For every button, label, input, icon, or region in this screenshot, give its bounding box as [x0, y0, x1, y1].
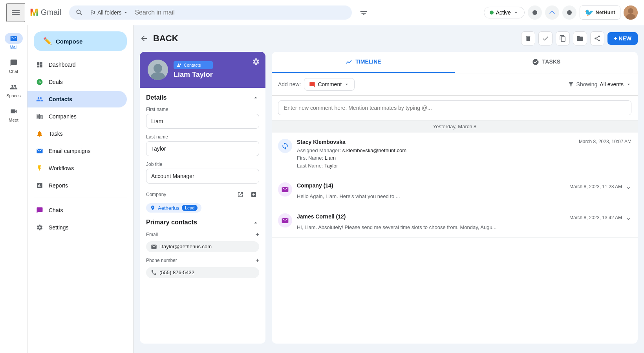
expand-company-button[interactable]: [625, 184, 631, 191]
topbar-right: Active 🐦 NetHunt: [484, 5, 638, 20]
delete-button[interactable]: [521, 31, 535, 45]
event-preview-company: Hello Again, Liam. Here's what you need …: [297, 193, 631, 200]
icon-circle-3[interactable]: [562, 5, 576, 20]
nav-tasks-label: Tasks: [49, 131, 63, 137]
compose-button[interactable]: ✏️ Compose: [34, 31, 127, 51]
deals-icon: $: [35, 78, 44, 86]
nav-item-contacts[interactable]: Contacts: [27, 91, 127, 107]
primary-contacts-collapse-button[interactable]: [252, 219, 259, 226]
nav-deals-label: Deals: [49, 79, 63, 85]
advanced-filter-button[interactable]: [357, 5, 371, 20]
last-name-field: Last name Taylor: [146, 134, 259, 156]
nethunt-logo[interactable]: 🐦 NetHunt: [580, 5, 620, 20]
sidebar-icon-meet[interactable]: Meet: [0, 103, 27, 126]
event-item: Stacy Klembovska March 8, 2023, 10:07 AM…: [272, 133, 638, 176]
event-detail-stacy: Assigned Manager: s.klembovska@nethunt.c…: [297, 147, 631, 170]
company-add-button[interactable]: [248, 189, 259, 200]
back-bar: BACK + NEW: [140, 31, 638, 45]
svg-rect-1: [12, 12, 20, 13]
sidebar-icon-chat[interactable]: Chat: [0, 54, 27, 77]
nav-item-companies[interactable]: Companies: [27, 108, 127, 125]
email-chip[interactable]: l.taylor@aetherius.com: [146, 241, 259, 252]
nav-item-settings[interactable]: Settings: [27, 219, 127, 236]
nav-item-dashboard[interactable]: Dashboard: [27, 56, 127, 73]
event-top-stacy: Stacy Klembovska March 8, 2023, 10:07 AM: [297, 139, 631, 145]
new-button[interactable]: + NEW: [607, 32, 638, 45]
phone-chip[interactable]: (555) 876-5432: [146, 267, 259, 278]
expand-james-button[interactable]: [625, 215, 631, 222]
icon-sidebar: Mail Chat Spaces Meet: [0, 25, 27, 353]
event-item-james: James Cornell (12) March 8, 2023, 13:42 …: [272, 207, 638, 238]
contact-badge-label: Contacts: [184, 63, 201, 67]
event-title-company: Company (14): [297, 182, 333, 189]
gmail-text: Gmail: [41, 8, 61, 17]
filter-icon: [568, 81, 574, 87]
last-name-value[interactable]: Taylor: [146, 141, 259, 156]
phone-icon: [151, 269, 157, 276]
user-avatar[interactable]: [624, 5, 638, 20]
tabs-row: TIMELINE TASKS: [272, 52, 638, 73]
company-chip-icon: [150, 205, 156, 211]
nav-settings-label: Settings: [49, 224, 69, 231]
svg-rect-0: [12, 10, 20, 11]
tab-timeline[interactable]: TIMELINE: [272, 52, 455, 73]
comment-icon: [309, 81, 315, 88]
nav-dashboard-label: Dashboard: [49, 62, 76, 68]
nav-item-email-campaigns[interactable]: Email campaigns: [27, 143, 127, 159]
company-external-link-button[interactable]: [235, 189, 246, 200]
contact-settings-button[interactable]: [252, 57, 260, 66]
comment-button[interactable]: Comment: [304, 78, 355, 91]
filter-row[interactable]: Showing All events: [568, 81, 631, 87]
svg-point-3: [532, 10, 537, 15]
primary-contacts-title: Primary contacts: [146, 219, 197, 226]
last-name-label: Last name: [146, 134, 259, 140]
event-body-stacy: Stacy Klembovska March 8, 2023, 10:07 AM…: [297, 139, 631, 170]
timeline-tab-label: TIMELINE: [355, 58, 381, 65]
nav-item-chats[interactable]: Chats: [27, 202, 127, 218]
check-button[interactable]: [538, 31, 553, 45]
phone-value: (555) 876-5432: [159, 269, 194, 275]
job-title-value[interactable]: Account Manager: [146, 169, 259, 184]
company-chip[interactable]: Aetherius Lead: [146, 203, 201, 213]
first-name-value[interactable]: Liam: [146, 114, 259, 129]
icon-circle-2[interactable]: [545, 5, 559, 20]
nav-reports-label: Reports: [49, 182, 68, 189]
add-new-label: Add new:: [278, 81, 301, 87]
filter-funnel-icon: [90, 9, 96, 16]
event-item-company: Company (14) March 8, 2023, 11:23 AM Hel…: [272, 176, 638, 207]
svg-text:$: $: [38, 80, 40, 84]
search-bar[interactable]: All folders: [69, 5, 352, 20]
topbar: M Gmail All folders Active 🐦 NetHu: [0, 0, 644, 25]
move-button[interactable]: [573, 31, 587, 45]
nav-item-workflows[interactable]: Workflows: [27, 160, 127, 176]
email-add-button[interactable]: +: [256, 231, 259, 238]
event-time-stacy: March 8, 2023, 10:07 AM: [579, 139, 631, 144]
details-collapse-button[interactable]: [252, 94, 259, 101]
phone-add-button[interactable]: +: [256, 257, 259, 264]
nav-item-tasks[interactable]: Tasks: [27, 126, 127, 142]
status-button[interactable]: Active: [484, 7, 525, 18]
sidebar-icon-mail[interactable]: Mail: [0, 30, 27, 53]
phone-row: Phone number +: [146, 257, 259, 264]
email-row: Email +: [146, 231, 259, 238]
sidebar-icon-mail-label: Mail: [9, 45, 17, 49]
company-lead-badge: Lead: [182, 205, 198, 211]
back-button[interactable]: [140, 34, 148, 43]
nav-item-reports[interactable]: Reports: [27, 177, 127, 194]
search-input[interactable]: [135, 9, 346, 16]
notification-button[interactable]: [528, 5, 542, 20]
sidebar-icon-spaces[interactable]: Spaces: [0, 78, 27, 101]
nav-chats-label: Chats: [49, 207, 63, 213]
comment-chevron-icon: [344, 82, 349, 87]
copy-button[interactable]: [556, 31, 570, 45]
share-button[interactable]: [590, 31, 604, 45]
contact-avatar: [148, 60, 168, 80]
event-top-james: James Cornell (12) March 8, 2023, 13:42 …: [297, 213, 631, 222]
nav-item-deals[interactable]: $ Deals: [27, 74, 127, 90]
folder-selector[interactable]: All folders: [86, 9, 132, 16]
email-label: Email: [146, 232, 158, 237]
hamburger-button[interactable]: [6, 3, 25, 22]
tab-tasks[interactable]: TASKS: [455, 52, 638, 73]
comment-input[interactable]: [278, 100, 631, 115]
chevron-down-icon: [123, 10, 128, 15]
